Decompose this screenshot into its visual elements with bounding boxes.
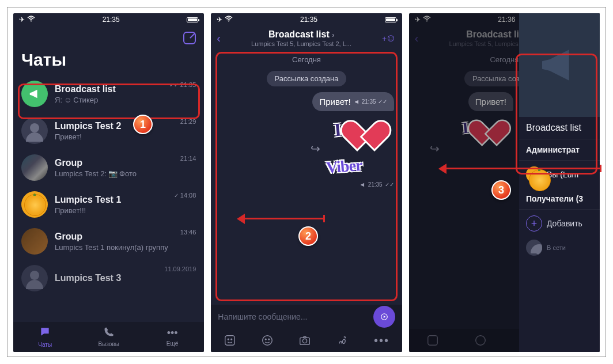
chat-header: ‹ Broadcast list › Lumpics Test 5, Lumpi…	[211, 26, 402, 52]
panel-hero	[519, 13, 600, 117]
svg-point-8	[266, 339, 267, 340]
tab-calls[interactable]: Вызовы	[77, 322, 140, 352]
status-time: 21:35	[103, 16, 120, 24]
chat-row[interactable]: Lumpics Test 2 Привет! 21:29	[13, 112, 204, 149]
admin-row-you[interactable]: Вы (Lum	[519, 161, 600, 188]
send-button[interactable]	[373, 306, 395, 328]
day-separator: Сегодня	[292, 55, 321, 64]
avatar-placeholder-icon	[21, 265, 48, 291]
wifi-icon	[27, 16, 35, 24]
phone-icon	[104, 327, 114, 340]
chat-info-panel: Broadcast list Администрат Вы (Lum Получ…	[519, 13, 600, 352]
avatar-placeholder-icon	[21, 117, 48, 144]
plus-icon: +	[526, 215, 542, 232]
emoji-icon[interactable]	[261, 334, 274, 347]
status-bar: ✈ 21:35	[211, 13, 402, 26]
compose-icon[interactable]	[183, 32, 196, 44]
gif-icon[interactable]	[336, 334, 349, 347]
camera-icon: 📷	[108, 169, 118, 178]
svg-rect-4	[225, 336, 235, 346]
megaphone-icon	[360, 182, 366, 188]
group-avatar-icon	[21, 154, 48, 181]
chevron-right-icon: ›	[332, 31, 334, 39]
avatar-icon	[21, 191, 48, 218]
status-bar: ✈ 21:35	[13, 13, 204, 26]
add-participant-icon[interactable]: +☺	[382, 32, 396, 44]
chat-row[interactable]: Lumpics Test 3 11.09.2019	[13, 260, 204, 297]
step-badge-3: 3	[491, 180, 511, 200]
read-ticks-icon: ✓	[174, 192, 179, 199]
more-dots-icon: •••	[167, 327, 178, 339]
svg-point-0	[31, 21, 32, 22]
svg-point-11	[303, 339, 307, 343]
composer-toolbar: •••	[211, 329, 402, 352]
wifi-icon	[225, 16, 233, 24]
chat-bubble-icon	[39, 326, 51, 340]
svg-point-7	[263, 336, 273, 346]
read-ticks-icon: ✓✓	[378, 98, 387, 105]
step-badge-2: 2	[298, 226, 318, 246]
tab-more[interactable]: ••• Ещё	[141, 322, 204, 352]
outgoing-message[interactable]: Привет! 21:35 ✓✓	[312, 92, 393, 111]
megaphone-icon	[354, 99, 360, 105]
chat-preview: Я: ☺ Стикер	[55, 96, 196, 104]
battery-icon	[385, 17, 396, 22]
chat-row[interactable]: Lumpics Test 1 Привет!!! ✓14:08	[13, 186, 204, 223]
airplane-mode-icon: ✈	[217, 16, 222, 24]
section-recipients: Получатели (3	[519, 188, 600, 210]
group-avatar-icon	[21, 228, 48, 255]
swipe-arrow-left	[445, 168, 601, 169]
message-composer: Напишите сообщение...	[211, 305, 402, 329]
megaphone-icon	[21, 81, 48, 107]
avatar-placeholder-icon	[526, 240, 542, 256]
message-input[interactable]: Напишите сообщение...	[218, 312, 368, 321]
step-badge-1: 1	[133, 115, 153, 134]
read-ticks-icon: ✓✓	[385, 181, 394, 188]
svg-point-1	[228, 21, 229, 22]
airplane-mode-icon: ✈	[19, 16, 25, 24]
svg-point-5	[228, 339, 229, 340]
sticker-i-love-viber: I Viber	[325, 117, 394, 180]
chat-list[interactable]: Broadcast list Я: ☺ Стикер ✓✓21:35 Lumpi…	[13, 75, 204, 322]
message-meta: 21:35 ✓✓	[360, 181, 394, 188]
svg-point-6	[231, 339, 232, 340]
add-recipient-button[interactable]: + Добавить	[519, 210, 600, 237]
chat-title-area[interactable]: Broadcast list › Lumpics Test 5, Lumpics…	[224, 29, 379, 47]
chat-row-broadcast[interactable]: Broadcast list Я: ☺ Стикер ✓✓21:35	[13, 75, 204, 112]
panel-title: Broadcast list	[519, 117, 600, 139]
tab-chats[interactable]: Чаты	[13, 322, 77, 352]
page-title: Чаты	[13, 48, 204, 75]
tab-bar: Чаты Вызовы ••• Ещё	[13, 322, 204, 352]
system-message: Рассылка создана	[267, 71, 347, 86]
read-ticks-icon: ✓✓	[169, 82, 179, 88]
chat-row[interactable]: Group Lumpics Test 2: 📷 Фото 21:14	[13, 149, 204, 186]
section-admins: Администрат	[519, 139, 600, 161]
screen-2-chat: ✈ 21:35 ‹ Broadcast list › Lumpics Test …	[211, 13, 402, 352]
outgoing-sticker[interactable]: ↪ I Viber	[311, 117, 394, 180]
more-icon[interactable]: •••	[374, 334, 389, 347]
screen-1-chat-list: ✈ 21:35 Чаты Broadcast list	[13, 13, 204, 352]
sticker-icon[interactable]	[224, 334, 236, 347]
smiley-icon: ☺	[64, 96, 71, 104]
status-time: 21:35	[300, 16, 317, 24]
chat-row[interactable]: Group Lumpics Test 1 покинул(а) группу 1…	[13, 223, 204, 260]
svg-marker-3	[383, 316, 385, 318]
battery-icon	[187, 17, 198, 22]
megaphone-icon	[536, 42, 582, 88]
back-icon[interactable]: ‹	[217, 32, 221, 45]
svg-point-9	[268, 339, 270, 340]
chat-messages[interactable]: Сегодня Рассылка создана Привет! 21:35 ✓…	[211, 52, 402, 305]
recipient-row[interactable]: В сети	[519, 237, 600, 257]
heart-icon	[355, 122, 387, 150]
forward-icon[interactable]: ↪	[311, 142, 320, 156]
swipe-arrow-left	[244, 218, 324, 219]
camera-icon[interactable]	[298, 334, 311, 347]
